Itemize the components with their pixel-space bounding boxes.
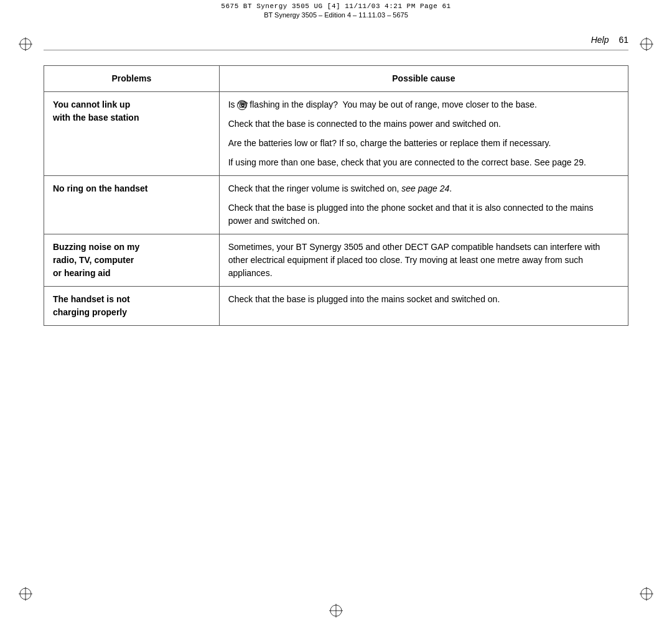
reg-mark-top-right (640, 37, 653, 51)
cause-cell-4: Check that the base is plugged into the … (219, 287, 628, 326)
cause-2-italic-ref: see page 24 (401, 183, 449, 193)
cause-1-para-2: Check that the base is connected to the … (228, 118, 619, 131)
reg-mark-top-left (19, 37, 32, 51)
cause-cell-1: Is ☏ flashing in the display? You may be… (219, 92, 628, 176)
problem-label-2: No ring on the handset (53, 183, 147, 193)
col-header-cause: Possible cause (219, 66, 628, 92)
reg-mark-bottom-right (640, 587, 653, 601)
cause-1-para-4: If using more than one base, check that … (228, 156, 619, 169)
problem-cell-3: Buzzing noise on myradio, TV, computeror… (44, 234, 220, 287)
cause-cell-2: Check that the ringer volume is switched… (219, 176, 628, 234)
reg-mark-bottom-left (19, 587, 32, 601)
page-content: Help 61 Problems Possible cause You cann… (44, 27, 628, 601)
problem-label-1: You cannot link upwith the base station (53, 99, 139, 123)
problem-label-3: Buzzing noise on myradio, TV, computeror… (53, 242, 139, 278)
problem-cell-2: No ring on the handset (44, 176, 220, 234)
table-row: You cannot link upwith the base station … (44, 92, 628, 176)
table-row: Buzzing noise on myradio, TV, computeror… (44, 234, 628, 287)
table-header-row: Problems Possible cause (44, 66, 628, 92)
cause-3-para-1: Sometimes, your BT Synergy 3505 and othe… (228, 241, 619, 280)
print-line1: 5675 BT Synergy 3505 UG [4] 11/11/03 4:2… (221, 2, 450, 10)
cause-1-para-3: Are the batteries low or flat? If so, ch… (228, 137, 619, 150)
cause-cell-3: Sometimes, your BT Synergy 3505 and othe… (219, 234, 628, 287)
problem-cell-1: You cannot link upwith the base station (44, 92, 220, 176)
cause-2-para-2: Check that the base is plugged into the … (228, 201, 619, 228)
phone-signal-icon: ☏ (237, 100, 247, 110)
page-title: Help (591, 35, 609, 45)
print-header: 5675 BT Synergy 3505 UG [4] 11/11/03 4:2… (0, 0, 672, 27)
help-table: Problems Possible cause You cannot link … (44, 65, 628, 326)
cause-2-para-1: Check that the ringer volume is switched… (228, 182, 619, 195)
problem-cell-4: The handset is notcharging properly (44, 287, 220, 326)
col-header-problems: Problems (44, 66, 220, 92)
print-line2: BT Synergy 3505 – Edition 4 – 11.11.03 –… (264, 11, 408, 19)
table-row: The handset is notcharging properly Chec… (44, 287, 628, 326)
page-wrapper: 5675 BT Synergy 3505 UG [4] 11/11/03 4:2… (0, 0, 672, 638)
reg-mark-bottom-center (329, 604, 343, 619)
cause-4-para-1: Check that the base is plugged into the … (228, 293, 619, 306)
page-header: Help 61 (44, 27, 628, 50)
problem-label-4: The handset is notcharging properly (53, 294, 130, 317)
table-row: No ring on the handset Check that the ri… (44, 176, 628, 234)
cause-1-para-1: Is ☏ flashing in the display? You may be… (228, 98, 619, 111)
page-number: 61 (618, 35, 628, 45)
